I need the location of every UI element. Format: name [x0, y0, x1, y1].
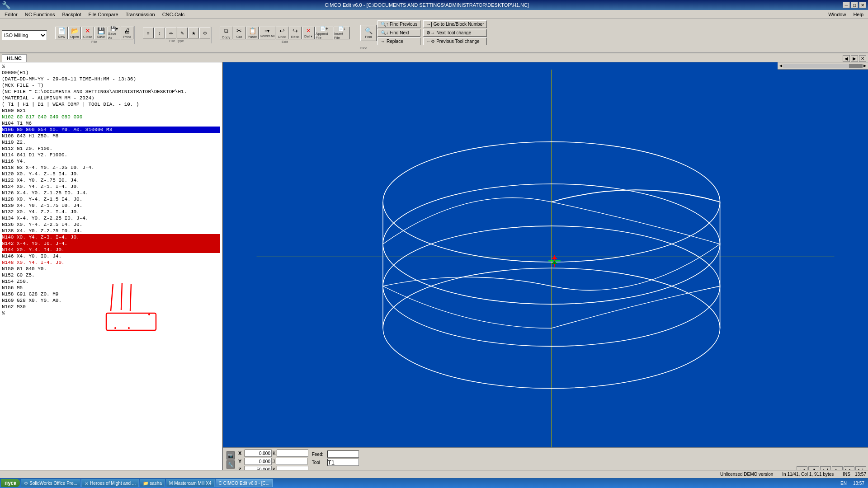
tab-close[interactable]: ✕: [859, 55, 866, 62]
window-controls: ─ □ ✕: [843, 2, 866, 8]
cimco-icon: C: [219, 481, 222, 486]
undo-icon: ↩: [279, 27, 285, 34]
cimco-label: CIMCO Edit v6.0 - [C...: [223, 481, 269, 486]
tool-value[interactable]: [327, 459, 359, 466]
x-k-label: K: [273, 451, 276, 456]
editor-content[interactable]: % O0000(H1) (DATE=DD-MM-YY - 29-08-11 TI…: [0, 62, 222, 479]
selectall-icon: ≡▾: [265, 28, 270, 33]
tab-next[interactable]: ▶: [851, 55, 858, 62]
paste-icon: 📋: [249, 27, 256, 34]
insertfile-button[interactable]: 📄↓ Insert File: [334, 27, 350, 39]
menu-editor[interactable]: Editor: [1, 11, 21, 18]
feed-label: Feed:: [312, 452, 326, 457]
selectall-button[interactable]: ≡▾ Select All: [259, 27, 275, 39]
x-k-value[interactable]: [277, 450, 308, 457]
filetype-btn-6[interactable]: ⚙: [199, 28, 210, 38]
tab-prev[interactable]: ◀: [843, 55, 850, 62]
canvas-3d: [223, 70, 868, 455]
next-tool-button[interactable]: ⚙→ Next Tool change: [423, 29, 487, 37]
scroll-left[interactable]: ◀: [779, 64, 782, 68]
menu-bar: Editor NC Functions Backplot File Compar…: [0, 10, 868, 19]
taskbar-sasha[interactable]: 📁 sasha: [140, 479, 165, 487]
close-button[interactable]: ✕: [859, 2, 866, 8]
gotoline-button[interactable]: →| Go to Line/Block Number: [423, 20, 487, 28]
filetype-btn-2[interactable]: ↕: [154, 28, 165, 38]
undo-button[interactable]: ↩ Undo: [276, 27, 288, 39]
print-button[interactable]: 🖨 Print: [121, 27, 133, 39]
delete-button[interactable]: ✕ Del ▾: [302, 27, 315, 39]
close-button-tb[interactable]: ✕ Close: [81, 27, 94, 39]
menu-help[interactable]: Help: [849, 11, 867, 18]
status-pos: In 11/41, Col 1, 911 bytes: [782, 472, 834, 477]
status-time: 13:57: [855, 472, 866, 477]
feed-value[interactable]: [327, 450, 359, 458]
appendfile-button[interactable]: 📄+ Append File: [315, 27, 333, 39]
status-bar: Unlicensed DEMO version In 11/41, Col 1,…: [0, 470, 868, 478]
copy-icon: ⧉: [224, 27, 228, 35]
new-button[interactable]: 📄 New: [55, 27, 68, 39]
start-button[interactable]: пуск: [1, 479, 20, 487]
gotoline-icon: →|: [426, 22, 432, 27]
view-icon-camera[interactable]: 📷: [226, 451, 235, 460]
find-nav: 🔍↑ Find Previous 🔍↓ Find Next ↔ Replace: [377, 20, 420, 45]
save-button[interactable]: 💾 Save: [94, 27, 107, 39]
y-k-label: J: [273, 459, 275, 464]
tool-label: Tool: [312, 460, 326, 465]
copy-button[interactable]: ⧉ Copy: [220, 27, 232, 39]
new-label: New: [58, 35, 65, 39]
find-previous-button[interactable]: 🔍↑ Find Previous: [377, 20, 420, 28]
y-value[interactable]: [245, 458, 272, 465]
view-icon-tool[interactable]: 🔧: [226, 460, 235, 469]
title-bar-logo: 🔧: [2, 1, 11, 9]
edit-group-label: Edit: [282, 40, 288, 44]
redo-button[interactable]: ↪ Redo: [289, 27, 302, 39]
find-next-label: Find Next: [390, 30, 409, 35]
x-value[interactable]: [245, 450, 272, 457]
saveas-button[interactable]: 💾▾ Save As: [108, 27, 120, 39]
toolbar-area: ISO Milling 📄 New 📂 Open ✕ Close 💾: [0, 19, 868, 53]
taskbar-solidworks[interactable]: ⚙ SolidWorks Office Pre...: [21, 479, 80, 487]
tab-h1nc[interactable]: H1.NC: [2, 54, 27, 62]
x-label: X: [238, 450, 244, 456]
find-next-icon: 🔍↓: [381, 30, 388, 35]
open-button[interactable]: 📂 Open: [68, 27, 81, 39]
cut-button[interactable]: ✂ Cut: [233, 27, 245, 39]
menu-window[interactable]: Window: [825, 11, 849, 18]
taskbar-lang: EN: [839, 481, 849, 486]
filetype-btn-1[interactable]: ≡: [143, 28, 154, 38]
find-group: 🔍 Find 🔍↑ Find Previous 🔍↓ Find Next ↔ R…: [359, 20, 489, 51]
feed-tool-panel: Feed: Tool: [312, 450, 359, 466]
taskbar-mastercam[interactable]: M Mastercam Mill X4: [166, 479, 215, 487]
taskbar-cimco[interactable]: C CIMCO Edit v6.0 - [C...: [216, 479, 273, 487]
taskbar-heroes[interactable]: ⚔ Heroes of Might and ...: [81, 479, 139, 487]
mastercam-icon: M: [169, 481, 173, 486]
cursor-marker: [548, 255, 561, 267]
menu-cnc-calc[interactable]: CNC-Calc: [159, 11, 189, 18]
taskbar: пуск ⚙ SolidWorks Office Pre... ⚔ Heroes…: [0, 478, 868, 488]
maximize-button[interactable]: □: [851, 2, 858, 8]
filetype-btn-5[interactable]: ★: [188, 28, 199, 38]
filetype-select[interactable]: ISO Milling: [2, 30, 47, 40]
view-scrollbar[interactable]: ◀ ▶: [778, 62, 868, 70]
find-next-button[interactable]: 🔍↓ Find Next: [377, 29, 420, 37]
solidworks-icon: ⚙: [24, 481, 28, 486]
replace-button[interactable]: ↔ Replace: [377, 38, 420, 45]
paste-button[interactable]: 📋 Paste: [246, 27, 259, 39]
scroll-right[interactable]: ▶: [863, 64, 866, 68]
solidworks-label: SolidWorks Office Pre...: [29, 481, 77, 486]
edit-group: ⧉ Copy ✂ Cut 📋 Paste ≡▾ Select All ↩: [219, 26, 351, 44]
svg-marker-17: [552, 256, 557, 259]
mastercam-label: Mastercam Mill X4: [174, 481, 211, 486]
heroes-icon: ⚔: [85, 481, 89, 486]
filetype-btn-3[interactable]: ⇔: [165, 28, 176, 38]
y-k-value[interactable]: [276, 458, 307, 465]
minimize-button[interactable]: ─: [843, 2, 850, 8]
menu-backplot[interactable]: Backplot: [58, 11, 85, 18]
menu-file-compare[interactable]: File Compare: [85, 11, 122, 18]
find-button[interactable]: 🔍 Find: [360, 25, 377, 41]
filetype-btn-4[interactable]: ✎: [177, 28, 188, 38]
menu-nc-functions[interactable]: NC Functions: [21, 11, 59, 18]
prev-tool-button[interactable]: ←⚙ Previous Tool change: [423, 38, 487, 45]
find-prev-label: Find Previous: [390, 22, 417, 27]
menu-transmission[interactable]: Transmission: [122, 11, 159, 18]
